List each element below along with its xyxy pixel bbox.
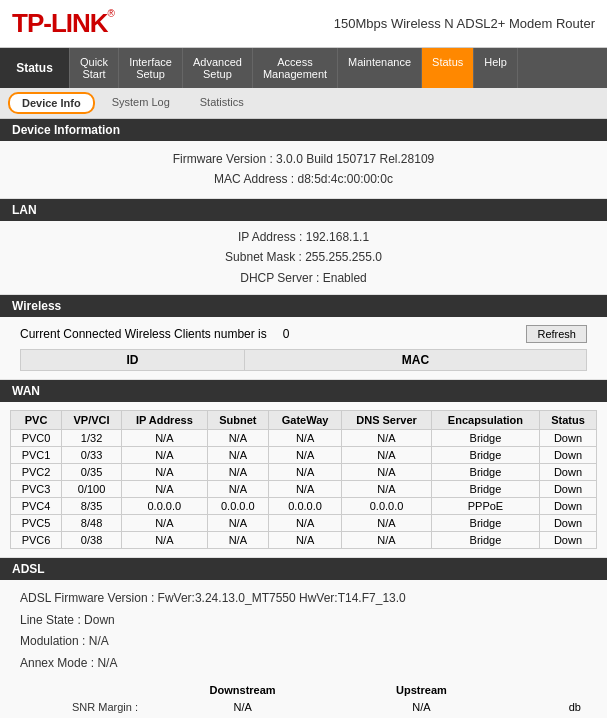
adsl-speed-section: Downstream Upstream SNR Margin :N/AN/Adb… [20,680,587,718]
subnav-device-info[interactable]: Device Info [8,92,95,114]
adsl-annex: Annex Mode : N/A [20,653,587,675]
nav-advanced-setup[interactable]: AdvancedSetup [183,48,253,88]
adsl-header: ADSL [0,558,607,580]
adsl-speed-table: Downstream Upstream SNR Margin :N/AN/Adb… [20,680,587,718]
subnav-system-log[interactable]: System Log [99,92,183,114]
wan-col-subnet: Subnet [207,410,269,429]
wan-col-status: Status [539,410,596,429]
main-nav: Status QuickStart InterfaceSetup Advance… [0,48,607,88]
wan-col-encap: Encapsulation [432,410,540,429]
device-info-block: Firmware Version : 3.0.0 Build 150717 Re… [0,141,607,199]
list-item: SNR Margin :N/AN/Adb [22,700,585,714]
subnav-statistics[interactable]: Statistics [187,92,257,114]
wan-header: WAN [0,380,607,402]
logo-reg: ® [108,8,115,19]
table-row: PVC60/38N/AN/AN/AN/ABridgeDown [11,531,597,548]
lan-dhcp: DHCP Server : Enabled [20,268,587,288]
nav-items: QuickStart InterfaceSetup AdvancedSetup … [70,48,607,88]
wan-col-pvc: PVC [11,410,62,429]
adsl-col-downstream: Downstream [144,682,341,698]
wireless-clients-label: Current Connected Wireless Clients numbe… [20,327,267,341]
adsl-modulation: Modulation : N/A [20,631,587,653]
wireless-table: ID MAC [20,349,587,371]
logo-text: TP-LINK [12,8,108,39]
main-content: Device Information Firmware Version : 3.… [0,119,607,718]
wan-col-vpvci: VP/VCI [62,410,122,429]
sub-nav: Device Info System Log Statistics [0,88,607,119]
logo: TP-LINK® [12,8,115,39]
lan-ip: IP Address : 192.168.1.1 [20,227,587,247]
table-row: PVC48/350.0.0.00.0.0.00.0.0.00.0.0.0PPPo… [11,497,597,514]
adsl-firmware: ADSL Firmware Version : FwVer:3.24.13.0_… [20,588,587,610]
wireless-col-mac: MAC [244,349,586,370]
nav-interface-setup[interactable]: InterfaceSetup [119,48,183,88]
wireless-block: Current Connected Wireless Clients numbe… [0,317,607,380]
firmware-version: Firmware Version : 3.0.0 Build 150717 Re… [20,149,587,169]
nav-access-management[interactable]: AccessManagement [253,48,338,88]
wireless-clients-row: Current Connected Wireless Clients numbe… [20,325,587,343]
lan-block: IP Address : 192.168.1.1 Subnet Mask : 2… [0,221,607,295]
adsl-block: ADSL Firmware Version : FwVer:3.24.13.0_… [0,580,607,718]
wireless-count: 0 [283,327,290,341]
page-header: TP-LINK® 150Mbps Wireless N ADSL2+ Modem… [0,0,607,48]
wireless-col-id: ID [21,349,245,370]
nav-maintenance[interactable]: Maintenance [338,48,422,88]
wan-col-ip: IP Address [122,410,207,429]
wan-table-body: PVC01/32N/AN/AN/AN/ABridgeDownPVC10/33N/… [11,429,597,548]
nav-help[interactable]: Help [474,48,518,88]
lan-header: LAN [0,199,607,221]
adsl-speed-body: SNR Margin :N/AN/AdbLine Attenuation :N/… [22,700,585,718]
wan-block: PVC VP/VCI IP Address Subnet GateWay DNS… [0,402,607,558]
table-row: PVC01/32N/AN/AN/AN/ABridgeDown [11,429,597,446]
nav-quick-start[interactable]: QuickStart [70,48,119,88]
status-label: Status [0,48,70,88]
mac-address: MAC Address : d8:5d:4c:00:00:0c [20,169,587,189]
device-info-header: Device Information [0,119,607,141]
table-row: PVC58/48N/AN/AN/AN/ABridgeDown [11,514,597,531]
table-row: PVC20/35N/AN/AN/AN/ABridgeDown [11,463,597,480]
wan-col-dns: DNS Server [342,410,432,429]
refresh-button[interactable]: Refresh [526,325,587,343]
wan-table: PVC VP/VCI IP Address Subnet GateWay DNS… [10,410,597,549]
wireless-header: Wireless [0,295,607,317]
lan-subnet: Subnet Mask : 255.255.255.0 [20,247,587,267]
router-title: 150Mbps Wireless N ADSL2+ Modem Router [334,16,595,31]
table-row: PVC10/33N/AN/AN/AN/ABridgeDown [11,446,597,463]
wan-col-gateway: GateWay [269,410,342,429]
adsl-info: ADSL Firmware Version : FwVer:3.24.13.0_… [20,588,587,674]
adsl-line-state: Line State : Down [20,610,587,632]
table-row: PVC30/100N/AN/AN/AN/ABridgeDown [11,480,597,497]
nav-status[interactable]: Status [422,48,474,88]
adsl-col-upstream: Upstream [343,682,500,698]
